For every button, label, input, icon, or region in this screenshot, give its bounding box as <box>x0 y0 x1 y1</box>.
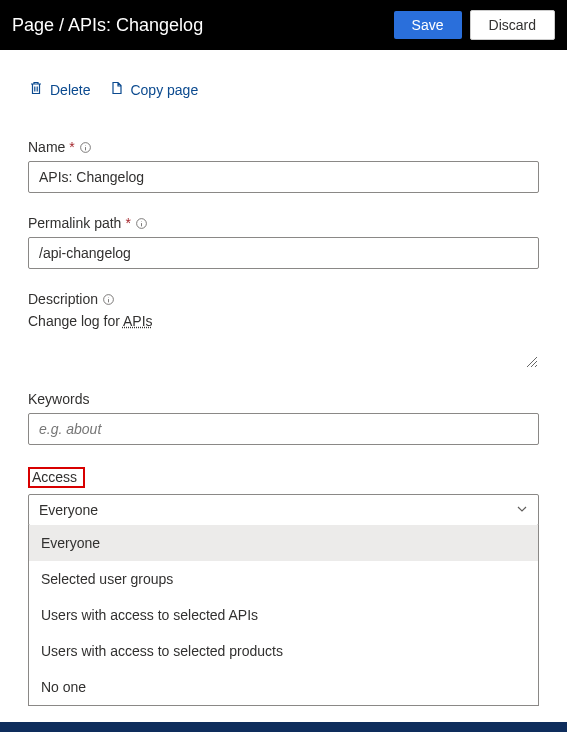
access-option-everyone[interactable]: Everyone <box>29 525 538 561</box>
access-option-no-one[interactable]: No one <box>29 669 538 705</box>
name-field: Name * <box>28 139 539 193</box>
footer-bar <box>0 722 567 732</box>
chevron-down-icon <box>516 502 528 518</box>
info-icon[interactable] <box>135 217 148 230</box>
keywords-field: Keywords <box>28 391 539 445</box>
delete-button[interactable]: Delete <box>28 80 90 99</box>
access-selected-value: Everyone <box>39 502 98 518</box>
description-field: Description Change log for APIs <box>28 291 539 369</box>
name-input[interactable] <box>28 161 539 193</box>
permalink-label: Permalink path * <box>28 215 539 231</box>
access-label-highlight: Access <box>28 467 85 488</box>
info-icon[interactable] <box>79 141 92 154</box>
discard-button[interactable]: Discard <box>470 10 555 40</box>
name-label: Name * <box>28 139 539 155</box>
permalink-field: Permalink path * <box>28 215 539 269</box>
copy-label: Copy page <box>130 82 198 98</box>
keywords-label-text: Keywords <box>28 391 89 407</box>
delete-label: Delete <box>50 82 90 98</box>
keywords-label: Keywords <box>28 391 539 407</box>
keywords-input[interactable] <box>28 413 539 445</box>
access-dropdown: Everyone Selected user groups Users with… <box>28 525 539 706</box>
copy-icon <box>108 80 124 99</box>
access-option-selected-apis[interactable]: Users with access to selected APIs <box>29 597 538 633</box>
access-select[interactable]: Everyone <box>28 494 539 526</box>
access-label-text: Access <box>32 469 77 485</box>
access-option-selected-products[interactable]: Users with access to selected products <box>29 633 538 669</box>
description-input[interactable]: Change log for APIs <box>28 313 539 369</box>
permalink-input[interactable] <box>28 237 539 269</box>
page-header: Page / APIs: Changelog Save Discard <box>0 0 567 50</box>
info-icon[interactable] <box>102 293 115 306</box>
permalink-label-text: Permalink path <box>28 215 121 231</box>
name-label-text: Name <box>28 139 65 155</box>
description-label: Description <box>28 291 539 307</box>
content-area: Delete Copy page Name * Permalink path * <box>0 50 567 716</box>
trash-icon <box>28 80 44 99</box>
required-asterisk: * <box>69 139 74 155</box>
description-text-prefix: Change log for <box>28 313 123 329</box>
required-asterisk: * <box>125 215 130 231</box>
resize-handle-icon[interactable] <box>527 357 537 367</box>
copy-page-button[interactable]: Copy page <box>108 80 198 99</box>
page-title: Page / APIs: Changelog <box>12 15 386 36</box>
save-button[interactable]: Save <box>394 11 462 39</box>
access-field: Access Everyone Everyone Selected user g… <box>28 467 539 706</box>
toolbar: Delete Copy page <box>28 80 539 99</box>
description-label-text: Description <box>28 291 98 307</box>
access-option-selected-groups[interactable]: Selected user groups <box>29 561 538 597</box>
description-text-underlined: APIs <box>123 313 153 329</box>
